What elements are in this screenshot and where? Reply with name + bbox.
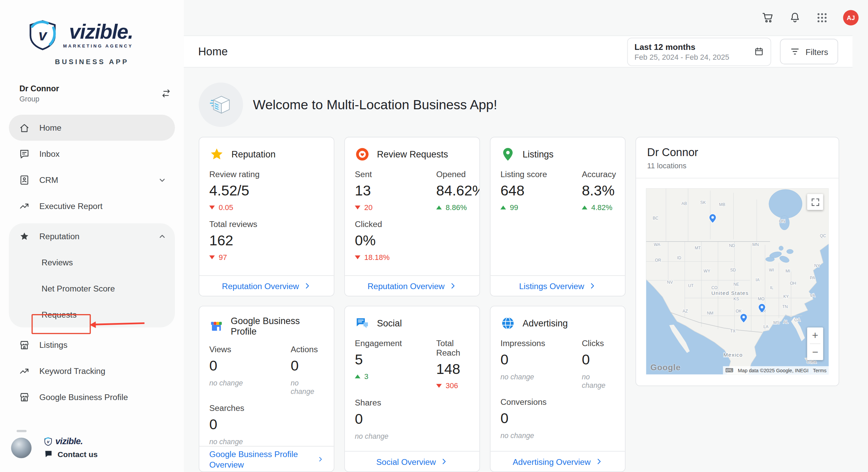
business-app-label: BUSINESS APP [0, 58, 184, 66]
map-place-label: WI [769, 268, 774, 272]
sidebar-drag-handle [17, 430, 26, 432]
map-zoom-in-button[interactable]: + [807, 327, 823, 343]
metric-delta: 20 [355, 203, 436, 211]
map-svg: BCABSKMBONQCWAMTNDMNORIDWYSDWIMINYNVUTCO… [646, 188, 829, 375]
delta-arrow-icon [582, 206, 587, 209]
card-header: Listings [491, 137, 625, 162]
map-container[interactable]: BCABSKMBONQCWAMTNDMNORIDWYSDWIMINYNVUTCO… [646, 188, 829, 375]
map-place-label: MS [773, 320, 780, 325]
metric-listing-score: Listing score 648 99 [500, 162, 582, 212]
reputation-overview-link[interactable]: Reputation Overview [222, 281, 299, 291]
metric-label: Clicked [355, 220, 470, 229]
switch-account-button[interactable] [160, 88, 172, 99]
notifications-bell-icon[interactable] [789, 12, 801, 24]
metric-actions: Actions 0 no change [291, 337, 324, 396]
metric-label: Opened [436, 170, 480, 179]
map-fullscreen-button[interactable] [807, 194, 823, 210]
card-body: Review rating 4.52/5 0.05 Total reviews … [199, 162, 334, 276]
brand-wordmark: vizible. [69, 21, 133, 43]
sidebar-item-reputation[interactable]: Reputation [9, 223, 175, 249]
card-body: Views 0 no change Actions 0 no change [199, 337, 334, 446]
vizible-shield-icon: v [44, 437, 53, 446]
sidebar-item-google-business-profile[interactable]: Google Business Profile [9, 384, 175, 410]
metric-label: Views [209, 345, 291, 354]
metric-label: Clicks [582, 339, 615, 348]
metric-delta: 3 [355, 372, 436, 380]
delta-arrow-icon [209, 256, 215, 259]
sidebar-item-requests[interactable]: Requests [9, 301, 175, 327]
reputation-overview-link[interactable]: Reputation Overview [368, 281, 445, 291]
vizible-logo: v vizible. MARKETING AGENCY [26, 19, 184, 51]
listings-overview-link[interactable]: Listings Overview [519, 281, 584, 291]
sidebar-item-listings[interactable]: Listings [9, 332, 175, 358]
card-header: Reputation [199, 137, 334, 162]
sidebar-footer: v vizible. Contact us [11, 437, 98, 459]
metric-total-reviews: Total reviews 162 97 [209, 220, 324, 262]
delta-arrow-icon [436, 384, 442, 388]
map-place-label: TX [730, 329, 735, 334]
review-requests-icon [355, 147, 370, 162]
account-switcher: Dr Connor Group [19, 84, 172, 103]
map-place-label: NV [667, 280, 673, 285]
delta-value: 97 [219, 253, 227, 261]
cart-icon[interactable] [762, 12, 774, 24]
sidebar-item-crm[interactable]: CRM [9, 167, 175, 193]
delta-value: 8.86% [446, 203, 467, 211]
contact-avatar [11, 437, 32, 458]
map-zoom-out-button[interactable]: − [807, 344, 823, 360]
date-range-picker[interactable]: Last 12 months Feb 25, 2024 - Feb 24, 20… [627, 37, 771, 65]
map-place-label: QC [820, 233, 826, 238]
metric-label: Conversions [500, 397, 615, 407]
map-attribution-bar: Google ⌨ Map data ©2025 Google, INEGI Te… [646, 362, 829, 375]
delta-arrow-icon [355, 256, 360, 259]
map-place-label: MI [786, 269, 790, 273]
advertising-overview-link[interactable]: Advertising Overview [513, 457, 591, 466]
gbp-overview-link[interactable]: Google Business Profile Overview [209, 449, 313, 470]
main-area: AJ Home Last 12 months Feb 25, 2024 - Fe… [184, 0, 868, 472]
metric-label: Accuracy [582, 170, 616, 179]
keyboard-shortcuts-icon[interactable]: ⌨ [723, 366, 736, 374]
map-terms-link[interactable]: Terms [811, 366, 829, 374]
metric-value: 0 [209, 357, 291, 375]
home-icon [19, 122, 30, 133]
metric-clicks: Clicks 0 no change [582, 331, 615, 390]
map-place-label: MT [695, 246, 701, 250]
metric-value: 5 [355, 351, 436, 369]
map-place-label: NM [707, 311, 713, 316]
storefront-icon [19, 339, 30, 351]
map-place-label: IL [770, 285, 773, 290]
chevron-right-icon [303, 282, 311, 290]
metric-clicked: Clicked 0% 18.18% [355, 220, 470, 262]
google-logo[interactable]: Google [650, 362, 680, 372]
logo-texts: vizible. MARKETING AGENCY [63, 21, 133, 49]
page-title: Home [198, 45, 228, 58]
map-place-label: WY [704, 269, 710, 273]
metric-total-reach: Total Reach 148 306 [436, 331, 470, 390]
contact-us-button[interactable]: Contact us [44, 449, 98, 459]
sidebar-item-reviews[interactable]: Reviews [9, 249, 175, 276]
location-name: Dr Connor [647, 146, 828, 159]
metric-note: no change [209, 438, 324, 446]
social-overview-link[interactable]: Social Overview [376, 457, 436, 466]
sidebar-item-inbox[interactable]: Inbox [9, 141, 175, 167]
metric-value: 148 [436, 361, 470, 378]
filter-icon [790, 46, 800, 56]
location-map-card: Dr Connor 11 locations [635, 137, 839, 386]
sidebar-item-keyword-tracking[interactable]: Keyword Tracking [9, 358, 175, 384]
metric-label: Engagement [355, 339, 436, 348]
delta-value: 4.82% [591, 203, 613, 211]
sidebar-item-label: Inbox [39, 149, 60, 158]
apps-grid-icon[interactable] [816, 12, 828, 24]
metric-searches: Searches 0 no change [209, 403, 324, 446]
sidebar-item-net-promoter-score[interactable]: Net Promoter Score [9, 275, 175, 301]
user-avatar[interactable]: AJ [843, 10, 859, 25]
filters-button[interactable]: Filters [780, 39, 838, 64]
welcome-title: Welcome to Multi-Location Business App! [253, 97, 497, 113]
location-card-header: Dr Connor 11 locations [636, 137, 839, 178]
sidebar-item-home[interactable]: Home [9, 115, 175, 141]
metric-review-rating: Review rating 4.52/5 0.05 [209, 170, 324, 212]
chevron-right-icon [317, 455, 324, 463]
metric-value: 0 [209, 416, 324, 433]
metric-label: Searches [209, 403, 324, 413]
sidebar-item-executive-report[interactable]: Executive Report [9, 193, 175, 219]
